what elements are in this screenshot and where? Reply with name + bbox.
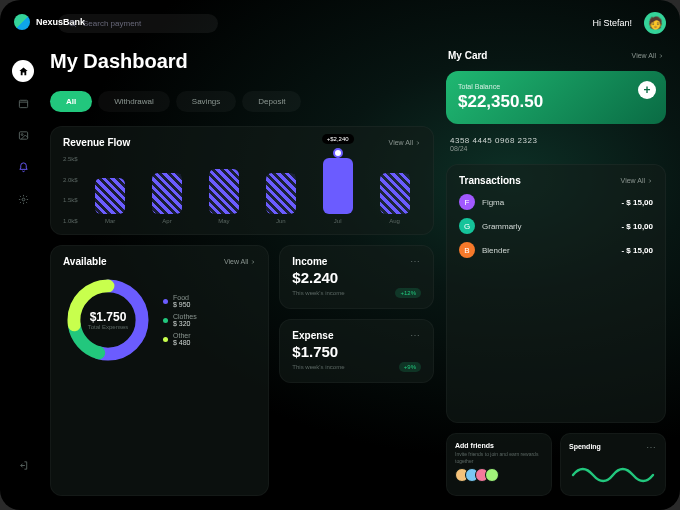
pin-icon [333, 148, 343, 158]
more-icon[interactable]: ⋯ [646, 442, 657, 453]
bar-apr[interactable]: Apr [141, 173, 194, 224]
logout-icon [18, 460, 29, 471]
nav-home[interactable] [12, 60, 34, 82]
bar-jul[interactable]: +$2,240Jul [311, 158, 364, 224]
tab-deposit[interactable]: Deposit [242, 91, 301, 112]
nav-logout[interactable] [12, 454, 34, 476]
filter-tabs: All Withdrawal Savings Deposit [50, 91, 434, 112]
svg-rect-0 [19, 100, 27, 107]
friend-avatar [485, 468, 499, 482]
income-card: Income ⋯ $2.240 This week's income +12% [279, 245, 434, 309]
legend-dot-icon [163, 318, 168, 323]
nav-notifications[interactable] [12, 156, 34, 178]
friend-avatars [455, 468, 543, 482]
bar-label: Jul [334, 218, 342, 224]
row-available-income: Available View All [50, 245, 434, 496]
page-title: My Dashboard [50, 50, 434, 73]
add-friends-card[interactable]: Add friends Invite friends to join and e… [446, 433, 552, 496]
gear-icon [18, 194, 29, 205]
revenue-card: Revenue Flow View All 2.5k$ 2.0k$ 1.5k$ … [50, 126, 434, 235]
search-placeholder: Search payment [83, 19, 141, 28]
tx-amount: - $ 10,00 [621, 222, 653, 231]
transactions-title: Transactions [459, 175, 521, 186]
legend: Food$ 950Clothes$ 320Other$ 480 [163, 294, 197, 346]
donut-label: Total Expenses [88, 324, 129, 330]
transaction-row[interactable]: BBlender- $ 15,00 [459, 242, 653, 258]
app-icon: G [459, 218, 475, 234]
spending-title: Spending [569, 443, 601, 450]
svg-point-4 [70, 20, 75, 25]
tab-savings[interactable]: Savings [176, 91, 236, 112]
tx-amount: - $ 15,00 [621, 198, 653, 207]
revenue-chart: 2.5k$ 2.0k$ 1.5k$ 1.0k$ MarAprMayJun+$2,… [63, 156, 421, 224]
home-icon [18, 66, 29, 77]
expense-title: Expense [292, 330, 333, 341]
bar-label: Jun [276, 218, 286, 224]
legend-item: Other$ 480 [163, 332, 197, 346]
tx-amount: - $ 15,00 [621, 246, 653, 255]
available-title: Available [63, 256, 107, 267]
app-icon: F [459, 194, 475, 210]
add-friends-title: Add friends [455, 442, 543, 449]
available-viewall[interactable]: View All [224, 258, 256, 265]
nav-calendar[interactable] [12, 92, 34, 114]
mycard-viewall[interactable]: View All [632, 52, 664, 59]
bar-label: Apr [162, 218, 171, 224]
nav-settings[interactable] [12, 188, 34, 210]
expense-pill: +9% [399, 362, 421, 372]
card-expiry: 08/24 [450, 145, 662, 152]
revenue-viewall[interactable]: View All [389, 139, 421, 146]
app-frame: NexusBank [0, 0, 680, 510]
chevron-right-icon [647, 178, 653, 184]
more-icon[interactable]: ⋯ [410, 330, 421, 341]
bar-label: Aug [389, 218, 400, 224]
bar-may[interactable]: May [197, 169, 250, 224]
card-number: 4358 4445 0968 2323 [450, 136, 662, 145]
transactions-viewall[interactable]: View All [621, 177, 653, 184]
expense-sub: This week's income [292, 364, 344, 370]
more-icon[interactable]: ⋯ [410, 256, 421, 267]
legend-dot-icon [163, 337, 168, 342]
chevron-right-icon [250, 259, 256, 265]
bar-tooltip: +$2,240 [322, 134, 354, 144]
legend-item: Food$ 950 [163, 294, 197, 308]
tab-withdrawal[interactable]: Withdrawal [98, 91, 170, 112]
bar-jun[interactable]: Jun [254, 173, 307, 224]
svg-point-2 [21, 133, 23, 135]
donut-value: $1.750 [90, 310, 127, 324]
bar-label: May [218, 218, 229, 224]
tab-all[interactable]: All [50, 91, 92, 112]
transaction-list: FFigma- $ 15,00GGrammarly- $ 10,00BBlend… [459, 194, 653, 258]
legend-item: Clothes$ 320 [163, 313, 197, 327]
nav-image[interactable] [12, 124, 34, 146]
transactions-card: Transactions View All FFigma- $ 15,00GGr… [446, 164, 666, 423]
credit-card[interactable]: + Total Balance $22,350.50 [446, 71, 666, 124]
income-value: $2.240 [292, 269, 421, 286]
balance-label: Total Balance [458, 83, 654, 90]
income-sub: This week's income [292, 290, 344, 296]
y-axis: 2.5k$ 2.0k$ 1.5k$ 1.0k$ [63, 156, 78, 224]
mycard-header: My Card View All [446, 50, 666, 61]
legend-dot-icon [163, 299, 168, 304]
sidebar [0, 0, 46, 510]
left-column: Search payment Hi Stefan! 🧑 My Dashboard… [50, 14, 434, 496]
search-icon [68, 19, 77, 28]
transaction-row[interactable]: GGrammarly- $ 10,00 [459, 218, 653, 234]
mycard-title: My Card [448, 50, 487, 61]
tx-name: Figma [482, 198, 614, 207]
bar-mar[interactable]: Mar [84, 178, 137, 224]
bar-label: Mar [105, 218, 115, 224]
main-area: Search payment Hi Stefan! 🧑 My Dashboard… [46, 0, 680, 510]
calendar-icon [18, 98, 29, 109]
tx-name: Grammarly [482, 222, 614, 231]
transaction-row[interactable]: FFigma- $ 15,00 [459, 194, 653, 210]
spending-card[interactable]: Spending ⋯ [560, 433, 666, 496]
search-input[interactable]: Search payment [58, 14, 218, 33]
bar-aug[interactable]: Aug [368, 173, 421, 224]
user-avatar[interactable]: 🧑 [644, 12, 666, 34]
greeting: Hi Stefan! [592, 18, 632, 28]
right-column: My Card View All + Total Balance $22,350… [446, 14, 666, 496]
income-title: Income [292, 256, 327, 267]
balance-value: $22,350.50 [458, 92, 654, 112]
topbar: Search payment Hi Stefan! 🧑 [0, 12, 680, 34]
